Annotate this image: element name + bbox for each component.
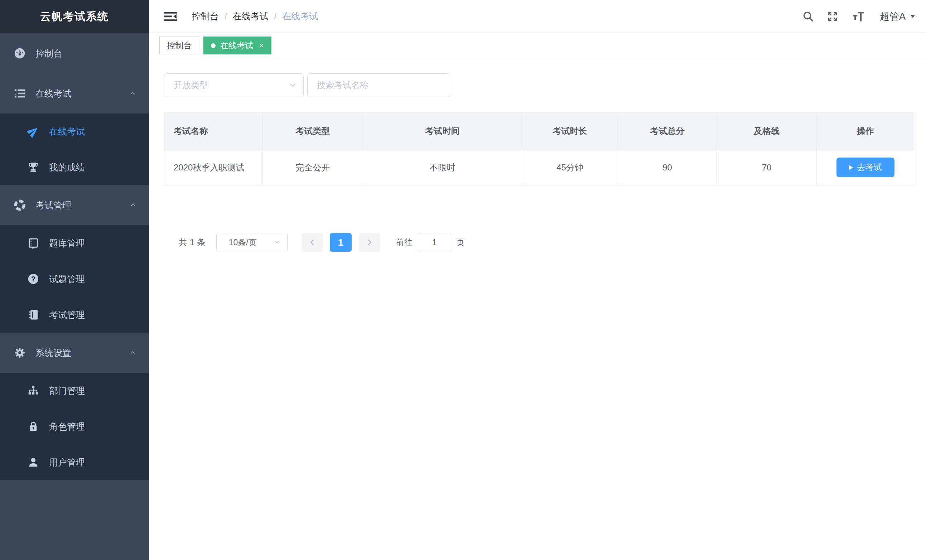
goto-page-field[interactable]	[418, 233, 451, 252]
tab-dashboard[interactable]: 控制台	[159, 36, 199, 54]
sidebar-item-exam-mgmt[interactable]: 考试管理	[0, 297, 149, 333]
exam-table: 考试名称 考试类型 考试时间 考试时长 考试总分 及格线 操作 2020秋季入职…	[164, 112, 914, 185]
lifering-icon	[14, 199, 26, 211]
sidebar-group-label: 在线考试	[35, 88, 71, 100]
tab-label: 控制台	[167, 40, 192, 51]
hamburger-icon[interactable]	[163, 9, 178, 24]
open-type-select[interactable]	[164, 73, 304, 97]
page-size-select[interactable]	[216, 233, 287, 252]
column-header: 考试时间	[363, 113, 522, 150]
prev-page-button[interactable]	[301, 233, 323, 252]
table-row: 2020秋季入职测试 完全公开 不限时 45分钟 90 70 去考试	[164, 150, 914, 185]
exam-duration-cell: 45分钟	[522, 150, 618, 185]
open-type-select-input[interactable]	[164, 74, 303, 97]
list-icon	[14, 87, 26, 100]
breadcrumb: 控制台 / 在线考试 / 在线考试	[192, 11, 318, 22]
sidebar-item-label: 题库管理	[49, 238, 85, 249]
goto-label: 前往	[396, 237, 413, 248]
exam-time-cell: 不限时	[363, 150, 522, 185]
exam-search-input[interactable]	[307, 74, 451, 97]
breadcrumb-item[interactable]: 在线考试	[233, 11, 269, 22]
chevron-down-icon	[274, 238, 281, 246]
sidebar-item-department-mgmt[interactable]: 部门管理	[0, 373, 149, 409]
journal-icon	[27, 309, 39, 321]
chevron-up-icon	[130, 202, 136, 208]
sidebar: 云帆考试系统 控制台 在线考试 在线考试	[0, 0, 149, 560]
page-unit-label: 页	[456, 237, 465, 248]
gauge-icon	[14, 47, 26, 59]
tags-view-bar: 控制台 在线考试 ×	[149, 33, 926, 58]
sidebar-item-label: 控制台	[35, 48, 62, 59]
total-count: 共 1 条	[179, 237, 206, 248]
column-header: 操作	[817, 113, 914, 150]
sitemap-icon	[27, 384, 39, 397]
breadcrumb-item-current: 在线考试	[282, 11, 318, 22]
filter-bar	[164, 73, 926, 97]
caret-down-icon[interactable]	[910, 15, 915, 18]
font-size-icon[interactable]	[851, 11, 865, 23]
exam-pass-cell: 70	[717, 150, 817, 185]
sidebar-item-label: 我的成绩	[49, 162, 85, 173]
sidebar-item-my-scores[interactable]: 我的成绩	[0, 149, 149, 185]
gear-icon	[14, 347, 26, 359]
app-root: 云帆考试系统 控制台 在线考试 在线考试	[0, 0, 926, 560]
active-dot-icon	[211, 43, 216, 48]
column-header: 考试类型	[263, 113, 363, 150]
exam-type-cell: 完全公开	[263, 150, 363, 185]
table-header-row: 考试名称 考试类型 考试时间 考试时长 考试总分 及格线 操作	[164, 113, 914, 150]
sidebar-group-exam-mgmt[interactable]: 考试管理	[0, 185, 149, 225]
column-header: 及格线	[717, 113, 817, 150]
top-header: 控制台 / 在线考试 / 在线考试 超管A	[149, 0, 926, 33]
column-header: 考试时长	[522, 113, 618, 150]
app-logo-title: 云帆考试系统	[0, 0, 149, 33]
submenu-exam-mgmt: 题库管理 ? 试题管理 考试管理	[0, 225, 149, 333]
trophy-icon	[27, 161, 39, 173]
goto-page-input[interactable]	[418, 233, 451, 252]
go-exam-button[interactable]: 去考试	[837, 157, 894, 177]
send-icon	[27, 125, 39, 138]
search-icon[interactable]	[802, 11, 814, 22]
sidebar-group-label: 系统设置	[35, 347, 71, 359]
page-number-button[interactable]: 1	[330, 233, 352, 252]
exam-search-field[interactable]	[307, 73, 451, 97]
column-header: 考试名称	[164, 113, 263, 150]
sidebar-group-label: 考试管理	[35, 200, 71, 211]
sidebar-item-online-exam[interactable]: 在线考试	[0, 114, 149, 149]
fullscreen-icon[interactable]	[826, 11, 839, 23]
action-cell: 去考试	[817, 150, 914, 185]
sidebar-item-label: 考试管理	[49, 309, 85, 321]
close-icon[interactable]: ×	[259, 41, 264, 50]
breadcrumb-item[interactable]: 控制台	[192, 11, 219, 22]
sidebar-item-dashboard[interactable]: 控制台	[0, 33, 149, 73]
breadcrumb-separator: /	[224, 11, 227, 21]
submenu-system-settings: 部门管理 角色管理 用户管理	[0, 373, 149, 480]
sidebar-item-label: 角色管理	[49, 421, 85, 433]
user-menu[interactable]: 超管A	[880, 10, 906, 23]
sidebar-item-question-mgmt[interactable]: ? 试题管理	[0, 261, 149, 297]
breadcrumb-separator: /	[274, 11, 277, 21]
sidebar-item-label: 部门管理	[49, 385, 85, 397]
header-actions: 超管A	[790, 10, 926, 23]
svg-text:?: ?	[31, 275, 35, 283]
sidebar-item-label: 用户管理	[49, 457, 85, 468]
sidebar-group-online-exam[interactable]: 在线考试	[0, 73, 149, 114]
question-icon: ?	[27, 273, 39, 285]
user-icon	[27, 456, 39, 468]
sidebar-item-user-mgmt[interactable]: 用户管理	[0, 444, 149, 480]
sidebar-item-role-mgmt[interactable]: 角色管理	[0, 409, 149, 444]
tab-online-exam[interactable]: 在线考试 ×	[203, 36, 271, 54]
exam-name-cell: 2020秋季入职测试	[164, 150, 263, 185]
sidebar-item-label: 试题管理	[49, 273, 85, 285]
lock-icon	[27, 420, 39, 433]
chevron-down-icon	[289, 81, 297, 89]
chevron-up-icon	[130, 350, 136, 356]
column-header: 考试总分	[618, 113, 717, 150]
next-page-button[interactable]	[359, 233, 380, 252]
main-content: 考试名称 考试类型 考试时间 考试时长 考试总分 及格线 操作 2020秋季入职…	[149, 58, 926, 560]
caret-right-icon	[849, 165, 853, 170]
pagination: 共 1 条 1 前往 页	[179, 233, 926, 252]
chevron-up-icon	[130, 90, 136, 97]
sidebar-group-system-settings[interactable]: 系统设置	[0, 333, 149, 373]
go-exam-label: 去考试	[857, 162, 882, 173]
sidebar-item-question-bank[interactable]: 题库管理	[0, 225, 149, 261]
